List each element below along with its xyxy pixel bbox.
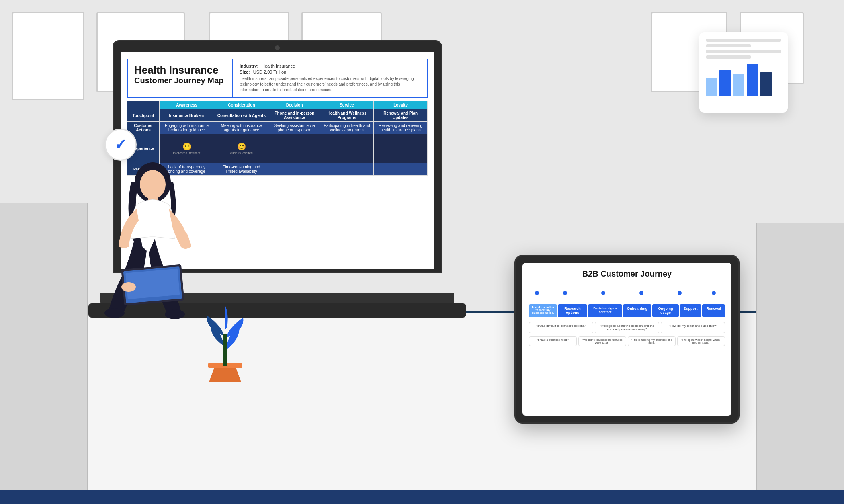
phase-header-empty <box>127 101 160 109</box>
mini-bar-chart <box>706 64 781 96</box>
journey-map-description: Health insurers can provide personalized… <box>240 76 420 93</box>
quote-3: "How do my team and I use this?" <box>661 322 725 333</box>
chart-bar <box>747 64 758 96</box>
quotes-grid-2: "I have a business need." "We didn't rea… <box>529 336 725 346</box>
pain-loyalty <box>374 163 428 176</box>
journey-line-container <box>529 285 725 301</box>
card-line-4 <box>706 55 751 59</box>
svg-point-6 <box>121 282 136 292</box>
industry-row: Industry: Health Insurance <box>240 64 420 68</box>
quotes-grid: "It was difficult to compare options." "… <box>529 322 725 333</box>
journey-map-title-main: Health Insurance <box>134 64 226 76</box>
check-icon: ✓ <box>115 136 127 153</box>
laptop-camera <box>275 45 280 50</box>
action-loyalty: Reviewing and renewing health insurance … <box>374 122 428 134</box>
industry-value: Health Insurance <box>262 64 295 68</box>
customer-actions-row: Customer Actions Engaging with insurance… <box>127 122 428 134</box>
cabinet-right <box>756 223 844 504</box>
svg-rect-10 <box>223 334 227 366</box>
phases-row: Awareness Consideration Decision Service… <box>127 101 428 109</box>
touchpoint-service: Health and Wellness Programs <box>320 109 374 122</box>
exp-decision <box>269 134 320 163</box>
stage-need: I need a solution to meet my business ne… <box>529 304 557 317</box>
svg-point-13 <box>563 291 567 295</box>
exp-service <box>320 134 374 163</box>
quote-1: "It was difficult to compare options." <box>529 322 593 333</box>
tablet-device: B2B Customer Journey I need a solution t… <box>514 255 740 424</box>
phase-decision: Decision <box>269 101 320 109</box>
quote-7: "The agent wasn't helpful when I had an … <box>677 336 725 346</box>
chart-bar <box>706 78 717 96</box>
tablet-screen: B2B Customer Journey I need a solution t… <box>522 263 731 416</box>
phase-consideration: Consideration <box>214 101 269 109</box>
svg-point-7 <box>104 308 125 318</box>
svg-point-1 <box>140 170 166 199</box>
chart-bar <box>733 74 744 96</box>
touchpoint-label: Touchpoint <box>127 109 160 122</box>
chart-bar <box>760 72 772 96</box>
svg-point-16 <box>678 291 682 295</box>
stage-research: Research options <box>558 304 587 317</box>
stage-decision: Decision sign a contract <box>588 304 622 317</box>
pain-consideration: Time-consuming and limited availability <box>214 163 269 176</box>
pain-service <box>320 163 374 176</box>
phase-service: Service <box>320 101 374 109</box>
action-service: Participating in health and wellness pro… <box>320 122 374 134</box>
size-label: Size: <box>240 70 250 74</box>
pain-decision <box>269 163 320 176</box>
chart-bar <box>719 70 731 96</box>
quote-5: "We didn't realize some features were ex… <box>578 336 626 346</box>
size-row: Size: USD 2.09 Trillion <box>240 70 420 74</box>
card-line-2 <box>706 44 751 47</box>
size-value: USD 2.09 Trillion <box>253 70 287 74</box>
tablet-stages: I need a solution to meet my business ne… <box>529 304 725 317</box>
action-consideration: Meeting with insurance agents for guidan… <box>214 122 269 134</box>
svg-point-12 <box>535 291 539 295</box>
quote-4: "I have a business need." <box>529 336 577 346</box>
phase-awareness: Awareness <box>160 101 214 109</box>
touchpoint-decision: Phone and In-person Assistance <box>269 109 320 122</box>
touchpoint-row: Touchpoint Insurance Brokers Consultatio… <box>127 109 428 122</box>
journey-map-info: Industry: Health Insurance Size: USD 2.0… <box>232 59 427 97</box>
quote-2: "I feel good about the decision and the … <box>595 322 659 333</box>
journey-map-header: Health Insurance Customer Journey Map In… <box>127 59 428 98</box>
journey-line-svg <box>529 285 725 301</box>
exp-loyalty <box>374 134 428 163</box>
quote-6: "This is helping my business and team." <box>628 336 676 346</box>
touchpoint-awareness: Insurance Brokers <box>160 109 214 122</box>
svg-point-8 <box>165 309 185 319</box>
check-circle: ✓ <box>104 129 137 161</box>
tablet-title: B2B Customer Journey <box>529 269 725 279</box>
stage-support: Support <box>680 304 702 317</box>
action-decision: Seeking assistance via phone or in-perso… <box>269 122 320 134</box>
card-lines <box>706 39 781 59</box>
industry-label: Industry: <box>240 64 258 68</box>
cabinet-left <box>0 203 88 504</box>
human-figure <box>88 150 217 351</box>
card-line-3 <box>706 50 781 53</box>
journey-map-title-block: Health Insurance Customer Journey Map <box>128 59 232 97</box>
journey-map-title-sub: Customer Journey Map <box>134 76 226 85</box>
floating-chart-card <box>699 32 788 113</box>
bottom-bar <box>0 490 844 504</box>
wall-decoration-1 <box>12 12 84 100</box>
svg-point-17 <box>712 291 716 295</box>
stage-renewal: Renewal <box>702 304 725 317</box>
card-line-1 <box>706 39 781 42</box>
action-awareness: Engaging with insurance brokers for guid… <box>160 122 214 134</box>
phase-loyalty: Loyalty <box>374 101 428 109</box>
touchpoint-consideration: Consultation with Agents <box>214 109 269 122</box>
stage-onboarding: Onboarding <box>623 304 651 317</box>
svg-point-14 <box>601 291 605 295</box>
svg-point-15 <box>639 291 643 295</box>
touchpoint-loyalty: Renewal and Plan Updates <box>374 109 428 122</box>
stage-ongoing: Ongoing usage <box>652 304 679 317</box>
exp-consideration: 😊 curious, excited <box>214 134 269 163</box>
customer-actions-label: Customer Actions <box>127 122 160 134</box>
